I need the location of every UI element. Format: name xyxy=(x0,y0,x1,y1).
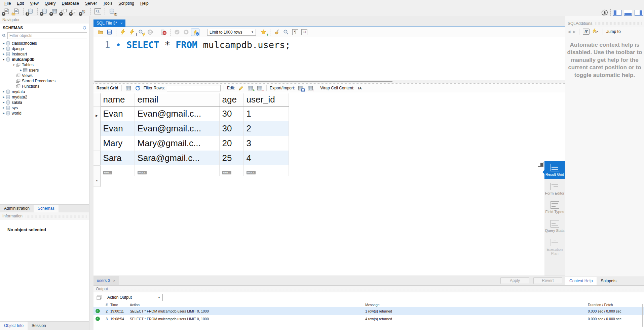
new-row-placeholders[interactable]: NULL NULL NULL NULL xyxy=(93,165,289,176)
tree-item-stored-procedures[interactable]: Stored Procedures xyxy=(0,78,89,84)
edit-cell-icon[interactable] xyxy=(237,85,244,91)
tree-item-users[interactable]: ▶users xyxy=(0,68,89,73)
result-grid-view-button[interactable]: Result Grid xyxy=(544,161,565,179)
execute-query-icon[interactable] xyxy=(119,29,127,36)
add-row-icon[interactable]: + xyxy=(247,85,254,91)
cell[interactable]: 25 xyxy=(219,151,243,165)
tab-context-help[interactable]: Context Help xyxy=(565,277,597,285)
cell[interactable]: Mary@gmail.c... xyxy=(135,136,219,151)
show-invisibles-icon[interactable]: ¶ xyxy=(291,29,299,36)
refresh-grid-icon[interactable] xyxy=(134,85,142,91)
cell[interactable]: Sara@gmail.c... xyxy=(135,151,219,165)
cell[interactable]: 3 xyxy=(243,136,289,151)
tab-object-info[interactable]: Object Info xyxy=(0,322,28,330)
cell[interactable]: Evan xyxy=(100,106,135,121)
forward-arrow-icon[interactable]: ▶ xyxy=(573,30,575,34)
tree-item-sys[interactable]: ▶sys xyxy=(0,105,89,111)
cell[interactable]: 20 xyxy=(219,136,243,151)
output-scrollbar[interactable] xyxy=(642,304,643,327)
row-limit-dropdown[interactable]: Limit to 1000 rows ▼ xyxy=(207,29,256,36)
refresh-schemas-icon[interactable] xyxy=(82,26,86,30)
cell[interactable]: 30 xyxy=(219,121,243,136)
tab-schemas[interactable]: Schemas xyxy=(34,205,59,212)
create-procedure-icon[interactable]: + xyxy=(69,7,78,15)
tree-item-django[interactable]: ▶django xyxy=(0,46,89,51)
save-script-icon[interactable] xyxy=(105,29,114,36)
toggle-bottom-panel-icon[interactable] xyxy=(624,10,632,16)
tab-session[interactable]: Session xyxy=(28,322,50,330)
filter-rows-input[interactable] xyxy=(167,85,221,91)
menu-scripting[interactable]: Scripting xyxy=(115,0,137,6)
delete-row-icon[interactable]: − xyxy=(256,85,263,91)
stop-query-icon[interactable] xyxy=(146,29,154,36)
back-arrow-icon[interactable]: ◀ xyxy=(568,30,570,34)
form-editor-view-button[interactable]: Form Editor xyxy=(544,180,565,198)
menu-query[interactable]: Query xyxy=(42,0,59,6)
tree-item-tables[interactable]: ▼Tables xyxy=(0,62,89,68)
create-function-icon[interactable]: f()+ xyxy=(79,7,88,15)
column-header-name[interactable]: name xyxy=(100,93,135,106)
query-stats-view-button[interactable]: Query Stats xyxy=(544,217,565,235)
revert-button[interactable]: Revert xyxy=(533,277,562,284)
field-types-view-button[interactable]: Field Types xyxy=(544,199,565,216)
inspector-icon[interactable]: i xyxy=(26,7,35,15)
commit-icon[interactable] xyxy=(173,29,181,36)
output-view-dropdown[interactable]: Action Output ▼ xyxy=(105,294,163,301)
tree-item-mulcampdb[interactable]: ▼mulcampdb xyxy=(0,57,89,62)
beautify-sql-icon[interactable] xyxy=(273,29,281,36)
column-header-age[interactable]: age xyxy=(219,93,243,106)
import-records-icon[interactable]: ↑ xyxy=(306,85,314,91)
wrap-text-icon[interactable]: ⏎ xyxy=(300,29,308,36)
collapse-result-sidebar-icon[interactable] xyxy=(538,162,543,167)
create-schema-icon[interactable]: + xyxy=(40,7,49,15)
jump-to-button[interactable]: Jump to xyxy=(606,29,621,34)
tab-administration[interactable]: Administration xyxy=(0,205,34,212)
tree-item-views[interactable]: Views xyxy=(0,73,89,78)
tab-snippets[interactable]: Snippets xyxy=(597,277,620,285)
menu-database[interactable]: Database xyxy=(59,0,82,6)
search-data-icon[interactable] xyxy=(93,7,102,15)
editor-horizontal-scrollbar[interactable] xyxy=(93,80,565,83)
tree-item-instacart[interactable]: ▶instacart xyxy=(0,51,89,57)
menu-file[interactable]: File xyxy=(1,0,14,6)
menu-edit[interactable]: Edit xyxy=(14,0,27,6)
find-icon[interactable] xyxy=(282,29,290,36)
tab-users-3[interactable]: users 3 × xyxy=(93,276,119,285)
cell[interactable]: 1 xyxy=(243,106,289,121)
reconnect-dbms-icon[interactable]: ⚿ xyxy=(107,7,116,15)
column-header-user-id[interactable]: user_id xyxy=(243,93,289,106)
new-sql-tab-icon[interactable]: + xyxy=(2,7,11,15)
toggle-left-panel-icon[interactable] xyxy=(613,10,621,16)
toggle-right-panel-icon[interactable] xyxy=(635,10,643,16)
export-recordset-icon[interactable] xyxy=(297,85,304,91)
execution-plan-view-button[interactable]: Execution Plan xyxy=(544,236,565,258)
copy-output-icon[interactable] xyxy=(96,295,102,300)
table-row[interactable]: ▶ Evan Evan@gmail.c... 30 1 xyxy=(93,106,289,121)
filter-objects-input[interactable] xyxy=(7,32,87,39)
wrap-cell-content-icon[interactable]: IA xyxy=(356,85,364,91)
menu-help[interactable]: Help xyxy=(137,0,152,6)
sql-code-editor[interactable]: 1 • SELECT * FROM mulcampdb.users; xyxy=(93,37,565,80)
menu-view[interactable]: View xyxy=(27,0,42,6)
cell[interactable]: 30 xyxy=(219,106,243,121)
open-sql-file-icon[interactable] xyxy=(12,7,21,15)
table-row[interactable]: Sara Sara@gmail.c... 25 4 xyxy=(93,151,289,165)
scrollbar-thumb[interactable] xyxy=(94,81,392,82)
context-help-icon[interactable]: I? xyxy=(583,29,590,35)
toggle-autocommit-icon[interactable] xyxy=(191,29,199,36)
toggle-stop-on-error-icon[interactable] xyxy=(159,29,168,36)
explain-plan-icon[interactable] xyxy=(137,29,145,36)
create-view-icon[interactable]: + xyxy=(60,7,69,15)
cell[interactable]: Evan@gmail.c... xyxy=(135,106,219,121)
menu-server[interactable]: Server xyxy=(82,0,100,6)
grid-view-icon[interactable] xyxy=(125,85,132,91)
tree-item-mydata2[interactable]: ▶mydata2 xyxy=(0,94,89,100)
tree-item-world[interactable]: ▶world xyxy=(0,111,89,116)
output-row[interactable]: ✓ 2 19:00:11 SELECT * FROM mulcampdb.use… xyxy=(93,307,644,315)
cell[interactable]: 4 xyxy=(243,151,289,165)
menu-tools[interactable]: Tools xyxy=(100,0,115,6)
execute-current-statement-icon[interactable]: I xyxy=(128,29,136,36)
cell[interactable]: Evan xyxy=(100,121,135,136)
cell[interactable]: Sara xyxy=(100,151,135,165)
cell[interactable]: Evan@gmail.c... xyxy=(135,121,219,136)
